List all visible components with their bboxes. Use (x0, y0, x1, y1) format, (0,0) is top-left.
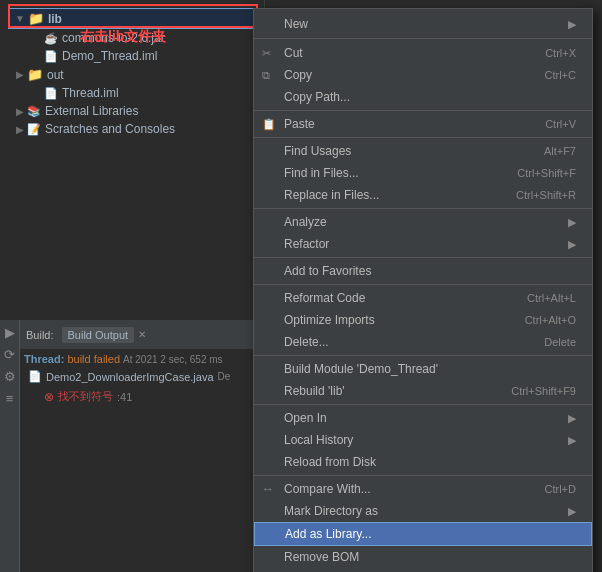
compare-icon: ↔ (262, 482, 274, 496)
reformat-shortcut: Ctrl+Alt+L (527, 292, 576, 304)
menu-item-cut[interactable]: ✂ Cut Ctrl+X (254, 42, 592, 64)
lib-label: lib (48, 12, 62, 26)
context-menu: New ▶ ✂ Cut Ctrl+X ⧉ Copy Ctrl+C Copy Pa… (253, 8, 593, 572)
menu-item-create-gist[interactable]: ⬤ Create Gist... (254, 568, 592, 572)
project-item-scratches[interactable]: ▶ 📝 Scratches and Consoles (8, 120, 264, 138)
find-usages-shortcut: Alt+F7 (544, 145, 576, 157)
local-history-arrow: ▶ (568, 434, 576, 447)
external-libs-label: External Libraries (45, 104, 138, 118)
menu-item-compare-with[interactable]: ↔ Compare With... Ctrl+D (254, 478, 592, 500)
menu-item-optimize-imports[interactable]: Optimize Imports Ctrl+Alt+O (254, 309, 592, 331)
menu-item-paste[interactable]: 📋 Paste Ctrl+V (254, 113, 592, 138)
menu-item-cut-label: Cut (284, 46, 303, 60)
remove-bom-label: Remove BOM (284, 550, 359, 564)
cut-icon: ✂ (262, 47, 271, 60)
paste-icon: 📋 (262, 118, 276, 131)
build-file-icon: 📄 (28, 370, 42, 383)
menu-item-paste-label: Paste (284, 117, 315, 131)
out-label: out (47, 68, 64, 82)
find-usages-label: Find Usages (284, 144, 351, 158)
error-text: 找不到符号 (58, 389, 113, 404)
toolbar-icon-4[interactable]: ≡ (2, 390, 18, 406)
menu-item-local-history[interactable]: Local History ▶ (254, 429, 592, 451)
add-favorites-label: Add to Favorites (284, 264, 371, 278)
menu-item-new[interactable]: New ▶ (254, 13, 592, 35)
menu-item-replace-in-files[interactable]: Replace in Files... Ctrl+Shift+R (254, 184, 592, 209)
delete-label: Delete... (284, 335, 329, 349)
project-item-external-libs[interactable]: ▶ 📚 External Libraries (8, 102, 264, 120)
folder-icon-out: 📁 (27, 67, 43, 82)
thread-prefix: Thread: (24, 353, 64, 365)
analyze-label: Analyze (284, 215, 327, 229)
iml-icon-2: 📄 (44, 87, 58, 100)
analyze-arrow: ▶ (568, 216, 576, 229)
toolbar-icon-2[interactable]: ⟳ (2, 346, 18, 362)
build-output-tab[interactable]: Build Output (62, 327, 135, 343)
build-module-label: Build Module 'Demo_Thread' (284, 362, 438, 376)
build-label: Build: (26, 329, 54, 341)
scratches-icon: 📝 (27, 123, 41, 136)
arrow-external: ▶ (16, 106, 24, 117)
menu-item-refactor[interactable]: Refactor ▶ (254, 233, 592, 258)
find-in-files-shortcut: Ctrl+Shift+F (517, 167, 576, 179)
menu-item-add-as-library[interactable]: Add as Library... (254, 522, 592, 546)
menu-item-new-arrow: ▶ (568, 18, 576, 31)
menu-item-reload[interactable]: Reload from Disk (254, 451, 592, 476)
build-file-line: 📄 Demo2_DownloaderImgCase.java De (24, 368, 280, 385)
menu-item-find-in-files[interactable]: Find in Files... Ctrl+Shift+F (254, 162, 592, 184)
menu-item-delete[interactable]: Delete... Delete (254, 331, 592, 356)
replace-in-files-shortcut: Ctrl+Shift+R (516, 189, 576, 201)
toolbar-icon-3[interactable]: ⚙ (2, 368, 18, 384)
menu-item-open-in[interactable]: Open In ▶ (254, 407, 592, 429)
refactor-label: Refactor (284, 237, 329, 251)
build-file-name: Demo2_DownloaderImgCase.java (46, 371, 214, 383)
rebuild-lib-shortcut: Ctrl+Shift+F9 (511, 385, 576, 397)
annotation-text: 右击lib文件夹 (80, 28, 166, 46)
separator-1 (254, 38, 592, 39)
external-libs-icon: 📚 (27, 105, 41, 118)
error-icon: ⊗ (44, 390, 54, 404)
compare-shortcut: Ctrl+D (545, 483, 576, 495)
cut-shortcut: Ctrl+X (545, 47, 576, 59)
toolbar-icon-1[interactable]: ▶ (2, 324, 18, 340)
iml-icon-1: 📄 (44, 50, 58, 63)
menu-item-find-usages[interactable]: Find Usages Alt+F7 (254, 140, 592, 162)
menu-item-mark-directory[interactable]: Mark Directory as ▶ (254, 500, 592, 522)
menu-item-rebuild-lib[interactable]: Rebuild 'lib' Ctrl+Shift+F9 (254, 380, 592, 405)
build-panel: Build: Build Output ✕ Thread: build fail… (20, 320, 285, 572)
jar-icon: ☕ (44, 32, 58, 45)
rebuild-lib-label: Rebuild 'lib' (284, 384, 345, 398)
build-file-desc: De (218, 371, 231, 382)
side-toolbar: ▶ ⟳ ⚙ ≡ (0, 320, 20, 572)
build-tab-close[interactable]: ✕ (138, 329, 146, 340)
menu-item-build-module[interactable]: Build Module 'Demo_Thread' (254, 358, 592, 380)
project-item-thread-iml[interactable]: 📄 Thread.iml (36, 84, 264, 102)
menu-item-copy-path[interactable]: Copy Path... (254, 86, 592, 111)
add-as-library-label: Add as Library... (285, 527, 371, 541)
project-item-out[interactable]: ▶ 📁 out (8, 65, 264, 84)
delete-shortcut: Delete (544, 336, 576, 348)
expand-arrow-out: ▶ (16, 69, 24, 80)
project-item-demo-thread-iml[interactable]: 📄 Demo_Thread.iml (36, 47, 264, 65)
copy-icon: ⧉ (262, 69, 270, 82)
build-time: At 2021 2 sec, 652 ms (123, 354, 223, 365)
open-in-arrow: ▶ (568, 412, 576, 425)
menu-item-copy-label: Copy (284, 68, 312, 82)
menu-item-add-favorites[interactable]: Add to Favorites (254, 260, 592, 285)
copy-shortcut: Ctrl+C (545, 69, 576, 81)
find-in-files-label: Find in Files... (284, 166, 359, 180)
build-content: Thread: build failed At 2021 2 sec, 652 … (20, 349, 284, 410)
menu-item-remove-bom[interactable]: Remove BOM (254, 546, 592, 568)
optimize-imports-shortcut: Ctrl+Alt+O (525, 314, 576, 326)
menu-item-copy-path-label: Copy Path... (284, 90, 350, 104)
thread-iml-label: Thread.iml (62, 86, 119, 100)
menu-item-copy[interactable]: ⧉ Copy Ctrl+C (254, 64, 592, 86)
build-thread-line: Thread: build failed At 2021 2 sec, 652 … (24, 353, 280, 365)
project-panel: ▼ 📁 lib ☕ commons-io-2.6.jar 📄 Demo_Thre… (0, 0, 265, 320)
paste-shortcut: Ctrl+V (545, 118, 576, 130)
scratches-label: Scratches and Consoles (45, 122, 175, 136)
reformat-label: Reformat Code (284, 291, 365, 305)
menu-item-analyze[interactable]: Analyze ▶ (254, 211, 592, 233)
project-item-lib[interactable]: ▼ 📁 lib (8, 8, 264, 29)
menu-item-reformat[interactable]: Reformat Code Ctrl+Alt+L (254, 287, 592, 309)
